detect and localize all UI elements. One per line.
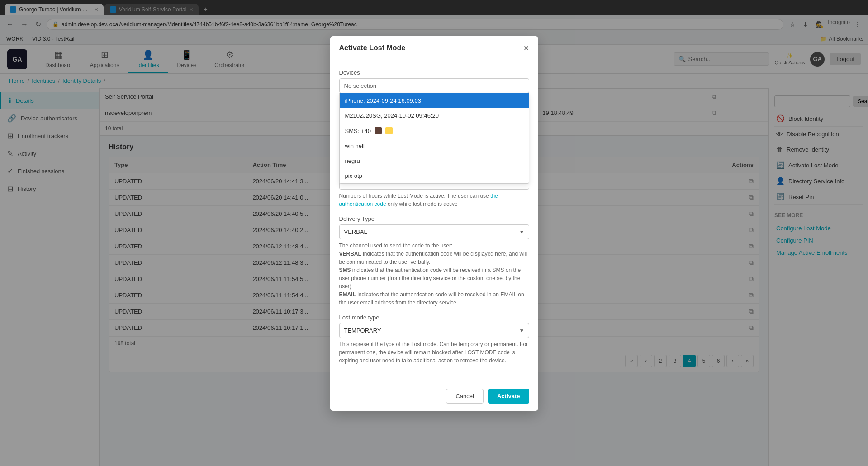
modal-close-button[interactable]: × [524, 43, 529, 52]
device-option-pixotp[interactable]: pix otp [340, 168, 529, 183]
modal-footer: Cancel Activate [330, 381, 538, 411]
lost-mode-type-form-row: Lost mode type TEMPORARY PERMANENT ▼ Thi… [339, 314, 529, 365]
sms-color-dark [375, 127, 382, 134]
devices-form-row: Devices No selection iPhone, 2024-09-24 … [339, 69, 529, 93]
sms-bold-text: SMS [339, 267, 351, 273]
modal-title: Activate Lost Mode [339, 44, 406, 52]
activate-lost-mode-modal: Activate Lost Mode × Devices No selectio… [330, 36, 538, 411]
lost-mode-help-text: This represent the type of the Lost mode… [339, 340, 529, 365]
device-option-sms[interactable]: SMS: +40 [340, 123, 529, 138]
verbal-bold-text: VERBAL [339, 251, 361, 257]
verbal-desc: indicates that the authentication code w… [339, 251, 527, 265]
lost-mode-type-label: Lost mode type [339, 314, 529, 321]
sms-label-text: SMS: +40 [345, 128, 371, 134]
devices-label: Devices [339, 69, 529, 76]
device-option-m2102[interactable]: M2102J20SG, 2024-10-02 09:46:20 [340, 108, 529, 123]
email-desc: indicates that the authentication code w… [339, 291, 524, 306]
devices-dropdown: iPhone, 2024-09-24 16:09:03 M2102J20SG, … [339, 93, 529, 184]
delivery-type-select-wrapper: VERBAL SMS EMAIL ▼ [339, 224, 529, 239]
delivery-type-form-row: Delivery Type VERBAL SMS EMAIL ▼ The cha… [339, 215, 529, 307]
device-option-winhell[interactable]: win hell [340, 138, 529, 153]
devices-input-wrapper: No selection iPhone, 2024-09-24 16:09:03… [339, 78, 529, 93]
delivery-help-prefix: The channel used to send the code to the… [339, 243, 453, 249]
sms-desc: indicates that the authentication code w… [339, 267, 521, 290]
delivery-help-text: The channel used to send the code to the… [339, 242, 529, 307]
delivery-type-label: Delivery Type [339, 215, 529, 222]
modal-body: Devices No selection iPhone, 2024-09-24 … [330, 60, 538, 381]
sms-color-light [385, 127, 393, 134]
modal-header: Activate Lost Mode × [330, 36, 538, 60]
delivery-type-select[interactable]: VERBAL SMS EMAIL [339, 224, 529, 239]
device-option-iphone[interactable]: iPhone, 2024-09-24 16:09:03 [340, 93, 529, 108]
duration-help-text: Numbers of hours while Lost Mode is acti… [339, 192, 529, 208]
modal-overlay[interactable]: Activate Lost Mode × Devices No selectio… [0, 0, 868, 466]
lost-mode-type-select-wrapper: TEMPORARY PERMANENT ▼ [339, 323, 529, 338]
devices-textbox[interactable]: No selection [339, 78, 529, 93]
lost-mode-type-select[interactable]: TEMPORARY PERMANENT [339, 323, 529, 338]
cancel-button[interactable]: Cancel [446, 389, 483, 404]
auth-code-link[interactable]: the authentication code [339, 193, 498, 207]
email-bold-text: EMAIL [339, 291, 356, 298]
device-option-negru[interactable]: negru [340, 153, 529, 168]
activate-button[interactable]: Activate [488, 389, 529, 404]
